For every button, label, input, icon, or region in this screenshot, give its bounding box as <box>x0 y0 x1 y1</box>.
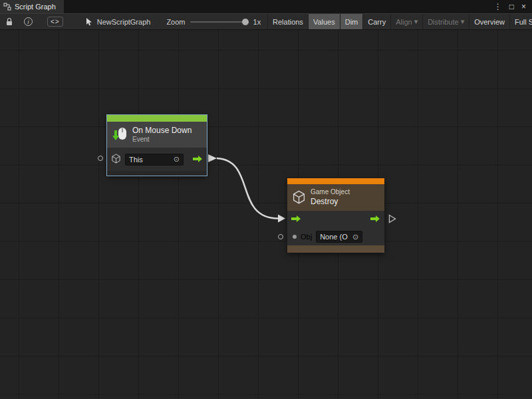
wire-layer <box>0 30 532 399</box>
zoom-value: 1x <box>253 18 261 26</box>
graph-breadcrumb[interactable]: NewScriptGraph <box>86 18 151 26</box>
connection-wire[interactable] <box>217 158 278 219</box>
align-button: Align ▾ <box>390 14 422 29</box>
node-title: On Mouse Down <box>132 126 192 136</box>
graph-name-label: NewScriptGraph <box>97 18 151 26</box>
script-graph-window: Script Graph ⋮ □ × i <> NewScriptGraph Z… <box>0 0 532 399</box>
param-label: Obj <box>301 233 312 241</box>
tab-bar: Script Graph ⋮ □ × <box>0 0 532 13</box>
carry-button[interactable]: Carry <box>362 14 390 29</box>
flow-output-port[interactable] <box>370 215 380 224</box>
node-accent-bar <box>107 115 207 122</box>
node-on-mouse-down[interactable]: On Mouse Down Event This ⊙ <box>107 115 207 176</box>
node-destroy[interactable]: Game Object Destroy Obj <box>287 178 384 253</box>
obj-value-field[interactable]: None (O ⊙ <box>316 231 362 243</box>
info-icon[interactable]: i <box>24 17 33 26</box>
flow-input-port[interactable] <box>291 215 301 224</box>
zoom-slider-knob[interactable] <box>242 19 249 25</box>
tab-label: Script Graph <box>15 3 56 11</box>
node-footer <box>107 171 207 176</box>
node-title: Destroy <box>311 197 350 207</box>
close-icon[interactable]: × <box>521 2 526 11</box>
node-header: On Mouse Down Event <box>107 122 207 148</box>
dropdown-caret-icon: ▾ <box>461 17 465 26</box>
game-object-cube-icon <box>111 154 121 165</box>
window-controls: ⋮ □ × <box>494 2 532 11</box>
lock-icon[interactable] <box>5 17 13 26</box>
menu-icon[interactable]: ⋮ <box>494 2 502 11</box>
zoom-label: Zoom <box>166 18 185 26</box>
node-body: Obj None (O ⊙ <box>287 211 384 245</box>
mouse-down-icon <box>112 126 128 144</box>
wire-dest-arrowhead <box>278 215 285 223</box>
value-port-dot <box>293 235 297 239</box>
fullscreen-button[interactable]: Full S <box>509 14 532 29</box>
game-object-cube-icon <box>292 190 306 205</box>
node-category: Game Object <box>311 188 350 197</box>
target-object-field[interactable]: This ⊙ <box>125 154 184 166</box>
node-header: Game Object Destroy <box>287 184 384 211</box>
object-picker-icon[interactable]: ⊙ <box>352 233 358 241</box>
relations-button[interactable]: Relations <box>267 14 308 29</box>
distribute-button: Distribute ▾ <box>422 14 469 29</box>
dim-button[interactable]: Dim <box>340 14 363 29</box>
maximize-icon[interactable]: □ <box>509 2 514 11</box>
obj-input-port[interactable] <box>278 234 283 239</box>
edit-graph-cursor-icon <box>86 18 93 26</box>
node-accent-bar <box>287 178 384 184</box>
wire-source-arrowhead <box>208 154 217 162</box>
flow-output-port[interactable] <box>193 155 203 164</box>
node-subtitle: Event <box>132 136 192 144</box>
graph-tab-icon <box>3 3 11 11</box>
graph-toolbar: i <> NewScriptGraph Zoom 1x Relations Va… <box>0 13 532 30</box>
toolbar-buttons: Relations Values Dim Carry Align ▾ Distr… <box>267 14 532 29</box>
overview-button[interactable]: Overview <box>469 14 509 29</box>
node-footer <box>287 245 384 253</box>
node-body: This ⊙ <box>107 148 207 171</box>
graph-canvas[interactable]: On Mouse Down Event This ⊙ <box>0 30 532 399</box>
object-picker-icon[interactable]: ⊙ <box>174 155 180 164</box>
value-input-port[interactable] <box>98 156 103 161</box>
zoom-slider[interactable] <box>190 21 249 23</box>
values-button[interactable]: Values <box>308 14 340 29</box>
code-preview-icon[interactable]: <> <box>47 17 63 27</box>
flow-continue-arrow <box>388 214 396 225</box>
tab-script-graph[interactable]: Script Graph <box>0 0 64 13</box>
zoom-control: Zoom 1x <box>166 18 261 26</box>
dropdown-caret-icon: ▾ <box>414 17 418 26</box>
